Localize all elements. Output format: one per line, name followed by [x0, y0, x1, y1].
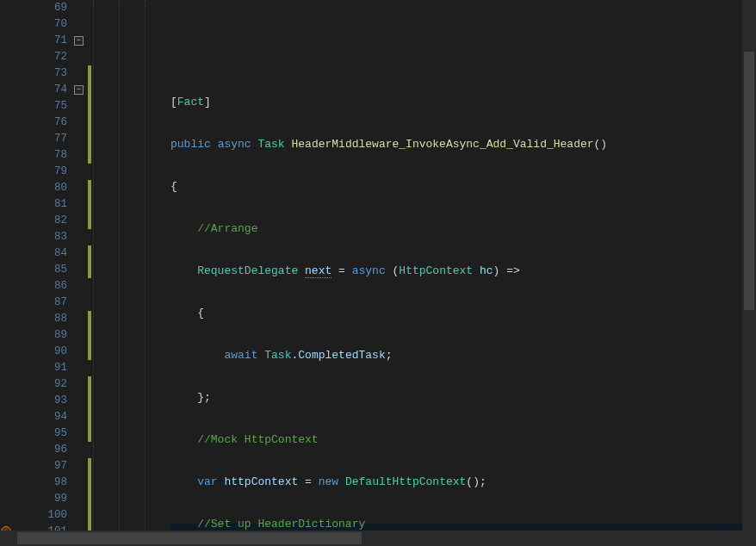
line-number[interactable]: 74 [12, 82, 67, 98]
code-line[interactable]: [Fact] [170, 94, 756, 110]
line-number[interactable]: 84 [12, 245, 67, 262]
fold-toggle-icon[interactable]: − [74, 85, 84, 95]
line-number[interactable]: 80 [12, 180, 67, 196]
fold-toggle-icon[interactable]: − [74, 36, 84, 46]
line-number[interactable]: 69 [12, 0, 67, 16]
code-line[interactable]: { [170, 178, 756, 195]
line-number[interactable]: 73 [12, 65, 67, 82]
code-line[interactable]: //Arrange [170, 220, 756, 237]
line-number[interactable]: 93 [12, 393, 67, 409]
line-number[interactable]: 75 [12, 98, 67, 115]
line-number[interactable]: 95 [12, 425, 67, 442]
code-line[interactable]: public async Task HeaderMiddleware_Invok… [170, 136, 756, 152]
code-line[interactable]: await Task.CompletedTask; [170, 347, 756, 363]
code-line[interactable]: { [170, 305, 756, 321]
line-number[interactable]: 98 [12, 475, 67, 491]
line-number[interactable]: 81 [12, 196, 67, 213]
change-indicator [88, 65, 91, 164]
line-number[interactable]: 87 [12, 295, 67, 311]
code-editor: 6970717273747576777879808182838485868788… [0, 0, 756, 546]
line-number[interactable]: 90 [12, 344, 67, 360]
line-number[interactable]: 83 [12, 229, 67, 245]
line-number[interactable]: 72 [12, 49, 67, 65]
line-number[interactable]: 86 [12, 278, 67, 295]
code-line[interactable]: RequestDelegate next = async (HttpContex… [170, 263, 756, 279]
scrollbar-corner [742, 530, 756, 546]
fold-column[interactable]: − − [72, 0, 88, 546]
code-line[interactable]: //Mock HttpContext [170, 431, 756, 448]
line-number[interactable]: 99 [12, 491, 67, 507]
code-line[interactable] [170, 52, 756, 68]
line-number[interactable]: 92 [12, 376, 67, 393]
code-line[interactable]: var httpContext = new DefaultHttpContext… [170, 474, 756, 490]
code-line[interactable]: //Set up HeaderDictionary [170, 516, 756, 532]
line-number-gutter[interactable]: 6970717273747576777879808182838485868788… [12, 0, 72, 546]
indent-guides [93, 0, 170, 546]
line-number[interactable]: 89 [12, 327, 67, 344]
code-area[interactable]: [Fact] public async Task HeaderMiddlewar… [170, 0, 756, 546]
line-number[interactable]: 82 [12, 213, 67, 229]
line-number[interactable]: 100 [12, 507, 67, 524]
line-number[interactable]: 94 [12, 409, 67, 425]
line-number[interactable]: 88 [12, 311, 67, 327]
line-number[interactable]: 79 [12, 164, 67, 180]
horizontal-scrollbar-thumb[interactable] [17, 532, 362, 544]
line-number[interactable]: 70 [12, 16, 67, 33]
change-indicator [88, 458, 91, 540]
line-number[interactable]: 71 [12, 33, 67, 49]
line-number[interactable]: 85 [12, 262, 67, 278]
code-line[interactable]: }; [170, 389, 756, 406]
change-indicator [88, 245, 91, 278]
change-indicator [88, 376, 91, 442]
horizontal-scrollbar[interactable] [0, 530, 742, 546]
line-number[interactable]: 97 [12, 458, 67, 475]
change-indicator [88, 311, 91, 360]
line-number[interactable]: 91 [12, 360, 67, 376]
line-number[interactable]: 76 [12, 115, 67, 131]
change-indicator [88, 180, 91, 229]
line-number[interactable]: 96 [12, 442, 67, 458]
line-number[interactable]: 78 [12, 147, 67, 164]
line-number[interactable]: 77 [12, 131, 67, 147]
breakpoint-margin[interactable] [0, 0, 12, 546]
